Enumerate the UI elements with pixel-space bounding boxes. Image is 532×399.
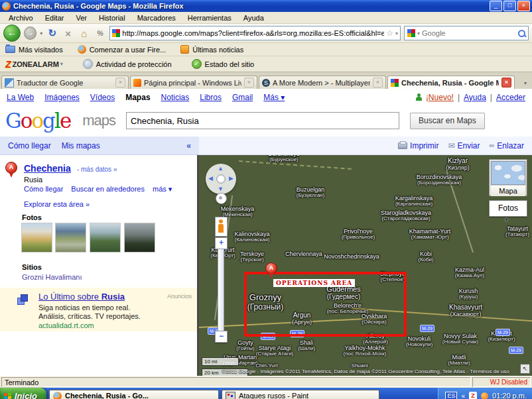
zonealarm-logo[interactable]: Z ZONEALARM ▾ bbox=[5, 59, 63, 70]
bookmark-comenzar-a-usar-fire[interactable]: Comenzar a usar Fire... bbox=[78, 45, 166, 54]
gnav-mas[interactable]: Más ▾ bbox=[263, 93, 285, 102]
pan-down-icon[interactable]: ▼ bbox=[218, 186, 224, 192]
site-link[interactable]: Grozni Havalimanı bbox=[22, 273, 82, 281]
menu-editar[interactable]: Editar bbox=[39, 13, 70, 23]
map-pan-control[interactable]: ▲ ▼ ◀ ▶ bbox=[206, 164, 236, 194]
taskbar-task-chechenia-rusia-go[interactable]: Chechenia, Rusia - Go... bbox=[49, 390, 219, 399]
minimize-button[interactable]: _ bbox=[490, 1, 502, 11]
map-action-enlazar[interactable]: ∞Enlazar bbox=[489, 141, 524, 150]
web-search-input[interactable] bbox=[422, 29, 516, 37]
fotos-collapse-icon[interactable]: ▼ bbox=[504, 217, 509, 222]
home-button[interactable]: ⌂ bbox=[78, 28, 90, 39]
zonealarm-tray-icon[interactable]: Z bbox=[469, 392, 477, 399]
pan-up-icon[interactable]: ▲ bbox=[218, 166, 224, 172]
photo-thumbnail-4[interactable] bbox=[124, 223, 155, 253]
result-link-mas[interactable]: más ▾ bbox=[153, 185, 172, 194]
result-link-como-llegar[interactable]: Cómo llegar bbox=[24, 185, 63, 194]
map-action-imprimir[interactable]: Imprimir bbox=[398, 141, 438, 150]
tray-chevron-icon[interactable]: « bbox=[461, 392, 465, 399]
bookmark-mas-visitados[interactable]: Más visitados bbox=[5, 46, 63, 54]
magnifier-icon[interactable] bbox=[518, 30, 525, 37]
photo-thumbnail-1[interactable] bbox=[21, 223, 52, 253]
maximize-button[interactable]: □ bbox=[503, 1, 516, 11]
tab-close-button[interactable]: × bbox=[501, 78, 511, 87]
gnav-videos[interactable]: Vídeos bbox=[90, 93, 115, 102]
zonealarm-estado-del-sitio[interactable]: ✓Estado del sitio bbox=[192, 59, 255, 69]
explore-area-link[interactable]: Explorar esta área » bbox=[24, 200, 90, 208]
tab-a-more-modern-multiplayer-user[interactable]: SA More Modern > - Multiplayer "User ...… bbox=[259, 76, 386, 89]
menu-ayuda[interactable]: Ayuda bbox=[237, 13, 270, 23]
tab-close-button[interactable]: × bbox=[373, 78, 383, 87]
forward-button[interactable]: → bbox=[24, 27, 36, 40]
tab-close-button[interactable]: × bbox=[244, 78, 254, 87]
history-dropdown-icon[interactable]: ▾ bbox=[40, 30, 42, 36]
pan-left-icon[interactable]: ◀ bbox=[208, 176, 213, 182]
tab-chechenia-rusia-google-maps[interactable]: Chechenia, Rusia - Google Maps× bbox=[387, 76, 515, 89]
map-reset-button[interactable] bbox=[216, 193, 227, 204]
tab-traductor-de-google[interactable]: Traductor de Google× bbox=[1, 76, 129, 89]
pan-center-icon[interactable] bbox=[216, 174, 226, 184]
photo-thumbnail-3[interactable] bbox=[90, 223, 121, 253]
zoom-in-button[interactable]: + bbox=[215, 237, 228, 249]
result-marker-a[interactable]: A bbox=[5, 162, 17, 174]
gnav-noticias[interactable]: Noticias bbox=[161, 93, 190, 102]
zoom-slider[interactable] bbox=[218, 249, 224, 331]
gnav-la-web[interactable]: La Web bbox=[7, 93, 34, 102]
menu-herramientas[interactable]: Herramientas bbox=[182, 13, 237, 23]
gnav-nuevo[interactable]: ¡Nuevo! bbox=[426, 93, 454, 102]
gnav-gmail[interactable]: Gmail bbox=[232, 93, 253, 102]
menu-historial[interactable]: Historial bbox=[93, 13, 131, 23]
gnav-libros[interactable]: Libros bbox=[200, 93, 222, 102]
maps-search-input[interactable] bbox=[126, 112, 399, 129]
web-search-box[interactable]: ▾ bbox=[404, 26, 529, 40]
gnav-mapas[interactable]: Mapas bbox=[125, 93, 150, 102]
gnav-imagenes[interactable]: Imágenes bbox=[44, 93, 80, 102]
search-maps-button[interactable]: Buscar en Maps bbox=[410, 113, 485, 129]
language-indicator[interactable]: ES bbox=[445, 392, 457, 399]
gnav-ayuda[interactable]: Ayuda bbox=[464, 93, 486, 102]
bookmark-ultimas-noticias[interactable]: Últimas noticias bbox=[180, 45, 243, 54]
menu-ver[interactable]: Ver bbox=[70, 13, 93, 23]
refresh-button[interactable]: ↻ bbox=[46, 27, 58, 39]
panel-mis-mapas[interactable]: Mis mapas bbox=[62, 141, 100, 150]
close-button[interactable]: × bbox=[517, 1, 530, 11]
taskbar-task-ataques-rusos-paint[interactable]: Ataques rusos - Paint bbox=[222, 390, 379, 399]
extension-icon[interactable]: % bbox=[94, 29, 106, 37]
ad-url-link[interactable]: actualidad.rt.com bbox=[38, 321, 94, 329]
zoom-out-button[interactable]: − bbox=[215, 331, 228, 343]
search-engine-dropdown-icon[interactable]: ▾ bbox=[417, 30, 420, 36]
expand-corner-icon[interactable]: ↖ bbox=[520, 364, 530, 374]
tab-bar: Traductor de Google×Página principal - W… bbox=[0, 72, 532, 89]
sidebar-collapse-button[interactable]: « bbox=[186, 141, 191, 150]
windows-live-icon bbox=[133, 79, 141, 87]
list-all-tabs-button[interactable]: ▾ bbox=[520, 78, 531, 89]
zonealarm-actividad-de-proteccion[interactable]: Actividad de protección bbox=[83, 59, 172, 69]
map-action-enviar[interactable]: ✉Enviar bbox=[448, 141, 480, 150]
map-type-button[interactable]: Mapa bbox=[489, 159, 527, 196]
menu-marcadores[interactable]: Marcadores bbox=[131, 13, 182, 23]
map-canvas[interactable]: Burunskoye(Бурунское)Kizlyar(Кизляр)Boro… bbox=[199, 155, 532, 376]
menu-archivo[interactable]: Archivo bbox=[3, 13, 39, 23]
result-link-buscar-en-alrededores[interactable]: Buscar en alrededores bbox=[71, 185, 145, 194]
fotos-layer-button[interactable]: Fotos bbox=[489, 200, 527, 217]
tab-close-button[interactable]: × bbox=[115, 78, 125, 87]
tray-orange-icon[interactable] bbox=[481, 392, 488, 399]
result-title-link[interactable]: Chechenia bbox=[24, 163, 71, 174]
more-info-link[interactable]: - más datos » bbox=[77, 166, 117, 173]
bookmarks-bar: Más visitadosComenzar a usar Fire...Últi… bbox=[0, 43, 532, 56]
photo-thumbnail-2[interactable] bbox=[55, 223, 86, 253]
panel-como-llegar[interactable]: Cómo llegar bbox=[8, 141, 51, 150]
back-button[interactable]: ← bbox=[3, 25, 21, 42]
bookmark-star-icon[interactable]: ☆ bbox=[386, 28, 393, 38]
tab-pagina-principal-windows-live[interactable]: Página principal - Windows Live× bbox=[130, 76, 257, 89]
url-input[interactable] bbox=[122, 29, 384, 37]
street-view-pegman[interactable] bbox=[215, 217, 228, 237]
url-bar[interactable]: ☆ ▾ bbox=[109, 26, 401, 40]
pan-right-icon[interactable]: ▶ bbox=[229, 176, 233, 182]
start-button[interactable]: Inicio bbox=[0, 388, 46, 399]
ad-title-link[interactable]: Lo Último sobre Rusia bbox=[38, 292, 125, 302]
url-dropdown-icon[interactable]: ▾ bbox=[395, 30, 398, 36]
stop-button[interactable]: × bbox=[62, 28, 74, 39]
gnav-acceder[interactable]: Acceder bbox=[496, 93, 525, 102]
map-marker-a[interactable]: A bbox=[265, 262, 277, 274]
